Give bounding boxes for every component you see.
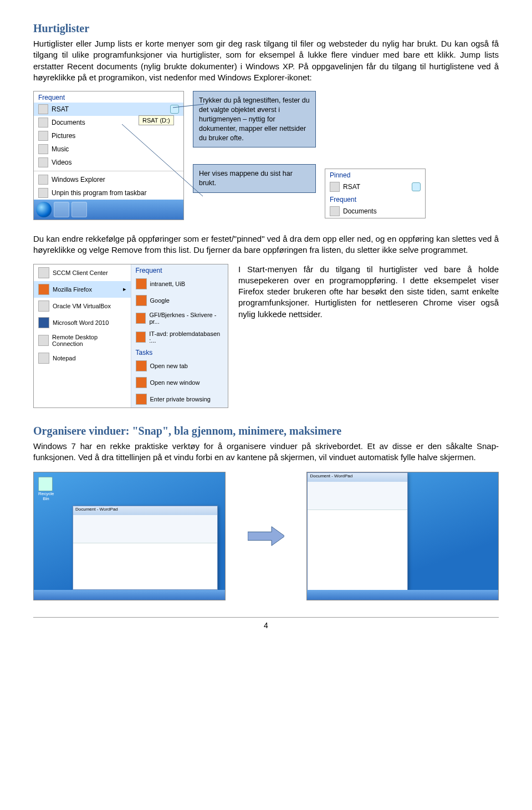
sm-item-firefox[interactable]: Mozilla Firefox▸ — [34, 281, 131, 298]
folder-icon — [38, 157, 48, 167]
label: Open new window — [150, 379, 200, 386]
explorer-icon — [38, 175, 48, 185]
jumplist-item-rsat[interactable]: RSAT — [34, 103, 183, 116]
folder-icon — [38, 131, 48, 141]
snap-figure-row: Recycle Bin Document - WordPad Document … — [33, 472, 499, 600]
heading-snap: Organisere vinduer: "Snap", bla gjennom,… — [33, 425, 499, 437]
wordpad-window-after[interactable]: Document - WordPad — [307, 472, 408, 591]
firefox-icon — [136, 360, 147, 371]
sm-r-google[interactable]: Google — [131, 292, 228, 309]
callout-column: Trykker du på tegnestiften, fester du de… — [193, 91, 316, 220]
sm-item-word[interactable]: Microsoft Word 2010 — [34, 314, 131, 331]
sm-item-notepad[interactable]: Notepad — [34, 350, 131, 366]
ribbon — [308, 482, 407, 510]
word-icon — [38, 317, 49, 328]
firefox-icon — [136, 278, 147, 289]
sm-item-rdp[interactable]: Remote Desktop Connection — [34, 331, 131, 350]
recycle-bin-icon[interactable]: Recycle Bin — [38, 477, 54, 495]
label: RSAT — [343, 183, 360, 191]
start-menu-left: SCCM Client Center Mozilla Firefox▸ Orac… — [34, 264, 131, 407]
folder-icon — [38, 144, 48, 154]
firefox-icon — [136, 295, 147, 306]
sm-header-frequent: Frequent — [131, 264, 228, 276]
header-frequent2: Frequent — [325, 193, 425, 205]
label: GFI/Bjerknes - Skrivere - pr... — [149, 312, 223, 325]
pinned-item-rsat[interactable]: RSAT — [325, 180, 425, 193]
folder-icon — [330, 206, 340, 216]
label: IT-avd: problemdatabasen :... — [149, 330, 223, 344]
label: intranett, UiB — [150, 281, 186, 287]
sm-r-intranett[interactable]: intranett, UiB — [131, 276, 228, 292]
sm-item-vbox[interactable]: Oracle VM VirtualBox — [34, 298, 131, 314]
callout-frequent: Her vises mappene du sist har brukt. — [193, 164, 316, 193]
taskbar — [307, 590, 498, 600]
drive-icon — [330, 182, 340, 192]
label: RSAT — [52, 105, 69, 113]
jumplist-header-frequent: Frequent — [34, 91, 183, 103]
app-icon — [38, 353, 49, 364]
label: Windows Explorer — [52, 176, 105, 184]
label: SCCM Client Center — [53, 269, 108, 276]
page-footer: 4 — [33, 617, 499, 630]
header-pinned: Pinned — [325, 169, 425, 180]
paragraph-reorder: Du kan endre rekkefølge på oppføringer s… — [33, 233, 499, 256]
label: Remote Desktop Connection — [52, 334, 126, 347]
jumplist-figure-row: Frequent RSAT Documents Pictures Music V… — [33, 91, 499, 220]
firefox-icon — [136, 394, 147, 405]
desktop-after: Document - WordPad — [306, 472, 499, 600]
drive-icon — [38, 104, 48, 114]
jumplist-pinned: Pinned RSAT Frequent Documents — [325, 169, 426, 218]
label: Documents — [343, 207, 377, 215]
label: Notepad — [53, 355, 76, 361]
arrow-left-icon — [33, 482, 34, 496]
paragraph-startmenu: I Start-menyen får du tilgang til hurtig… — [238, 264, 499, 403]
sm-r-newwin[interactable]: Open new window — [131, 374, 228, 391]
chevron-right-icon: ▸ — [123, 286, 126, 293]
label: Oracle VM VirtualBox — [53, 303, 111, 309]
titlebar[interactable]: Document - WordPad — [308, 473, 407, 482]
app-icon — [38, 300, 49, 312]
label: Documents — [52, 119, 85, 126]
intro-paragraph: Hurtiglister eller Jump lists er korte m… — [33, 38, 499, 83]
start-menu: SCCM Client Center Mozilla Firefox▸ Orac… — [33, 264, 228, 408]
firefox-icon — [136, 332, 146, 343]
pin-icon[interactable] — [412, 182, 421, 191]
label: Videos — [52, 159, 71, 166]
wordpad-window-before[interactable]: Document - WordPad — [73, 506, 218, 590]
sm-r-newtab[interactable]: Open new tab — [131, 358, 228, 374]
app-icon — [38, 335, 49, 346]
start-menu-right: Frequent intranett, UiB Google GFI/Bjerk… — [131, 264, 228, 407]
taskbar-explorer-icon[interactable] — [71, 202, 87, 217]
desktop-before: Recycle Bin Document - WordPad — [33, 472, 226, 600]
taskbar-ie-icon[interactable] — [54, 202, 69, 217]
label: Mozilla Firefox — [53, 286, 92, 293]
svg-marker-3 — [248, 527, 285, 546]
label: Music — [52, 145, 69, 153]
paragraph-snap: Windows 7 har en rekke praktiske verktøy… — [33, 441, 499, 463]
titlebar[interactable]: Document - WordPad — [73, 506, 217, 515]
start-orb-icon[interactable] — [36, 202, 52, 217]
recycle-label: Recycle Bin — [38, 491, 54, 501]
label: Microsoft Word 2010 — [53, 319, 109, 326]
svg-marker-2 — [33, 483, 34, 495]
app-icon — [38, 267, 49, 278]
firefox-icon — [38, 284, 49, 295]
taskbar — [34, 590, 225, 600]
label: Open new tab — [150, 363, 188, 369]
sm-item-sccm[interactable]: SCCM Client Center — [34, 264, 131, 281]
folder-icon — [38, 118, 48, 128]
svg-line-1 — [122, 124, 203, 196]
label: Pictures — [52, 132, 75, 140]
firefox-icon — [136, 377, 147, 388]
label: Google — [150, 297, 170, 304]
sm-r-gfi[interactable]: GFI/Bjerknes - Skrivere - pr... — [131, 309, 228, 328]
connector-line-2 — [122, 124, 205, 202]
taskbar — [34, 200, 183, 220]
arrow-right-icon — [248, 525, 285, 547]
frequent-item-documents[interactable]: Documents — [325, 205, 425, 218]
page-number: 4 — [264, 621, 268, 630]
sm-r-itavd[interactable]: IT-avd: problemdatabasen :... — [131, 328, 228, 347]
sm-header-tasks: Tasks — [131, 347, 228, 358]
sm-r-private[interactable]: Enter private browsing — [131, 391, 228, 407]
firefox-icon — [136, 313, 146, 324]
